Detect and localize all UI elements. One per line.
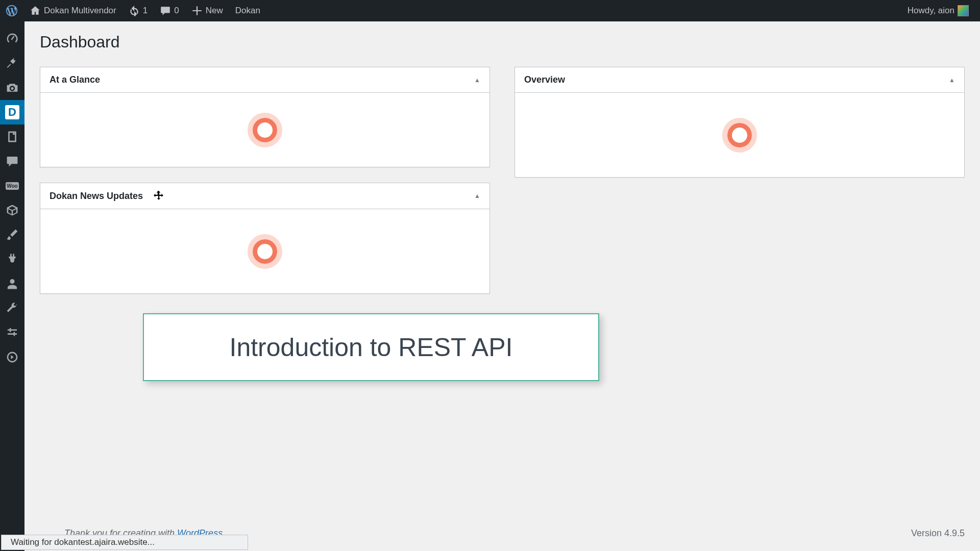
dashboard-columns: At a Glance ▲ Dokan News Updates ▲ (40, 67, 965, 294)
greeting-text: Howdy, aion (908, 6, 954, 16)
camera-icon (6, 81, 19, 94)
metabox-header-glance[interactable]: At a Glance ▲ (40, 67, 489, 93)
plug-icon (6, 253, 19, 266)
sidebar-item-plugins[interactable] (0, 247, 24, 271)
callout-box: Introduction to REST API (143, 313, 599, 381)
column-left: At a Glance ▲ Dokan News Updates ▲ (40, 67, 490, 294)
collapse-toggle[interactable]: ▲ (474, 192, 480, 199)
avatar (958, 5, 969, 16)
comments-count: 0 (174, 6, 179, 16)
gauge-icon (6, 32, 19, 45)
collapse-toggle[interactable]: ▲ (474, 77, 480, 84)
sidebar-item-appearance[interactable] (0, 222, 24, 247)
collapse-toggle[interactable]: ▲ (949, 77, 955, 84)
metabox-title: At a Glance (50, 74, 100, 85)
wordpress-icon (6, 5, 17, 16)
sidebar-item-settings[interactable] (0, 320, 24, 345)
column-right: Overview ▲ (514, 67, 965, 294)
updates-count: 1 (143, 6, 148, 16)
metabox-dokan-news: Dokan News Updates ▲ (40, 183, 490, 294)
admin-bar-right: Howdy, aion (901, 5, 975, 16)
sidebar-item-dokan[interactable]: D (0, 100, 24, 124)
dokan-icon: D (5, 105, 19, 119)
site-name: Dokan Multivendor (44, 6, 116, 16)
sidebar-item-woocommerce[interactable]: Woo (0, 173, 24, 198)
new-label: New (206, 6, 223, 16)
metabox-title: Overview (524, 74, 565, 85)
admin-bar-left: Dokan Multivendor 1 0 New Dokan (0, 0, 266, 21)
comments-link[interactable]: 0 (154, 0, 185, 21)
comment-icon (6, 155, 19, 168)
callout-text: Introduction to REST API (230, 333, 513, 362)
admin-sidebar: D Woo (0, 21, 24, 551)
plus-icon (191, 5, 203, 16)
pin-icon (6, 57, 19, 70)
metabox-header-news[interactable]: Dokan News Updates ▲ (40, 183, 489, 209)
admin-bar: Dokan Multivendor 1 0 New Dokan Howdy, a… (0, 0, 980, 21)
refresh-icon (129, 5, 140, 16)
metabox-body-overview (515, 93, 964, 177)
metabox-at-a-glance: At a Glance ▲ (40, 67, 490, 167)
metabox-title: Dokan News Updates (50, 191, 143, 202)
dokan-bar-link[interactable]: Dokan (229, 0, 266, 21)
page-title: Dashboard (40, 33, 965, 52)
woo-icon: Woo (6, 182, 18, 190)
loading-spinner-icon (248, 113, 282, 147)
footer-version: Version 4.9.5 (911, 528, 965, 539)
metabox-body-news (40, 209, 489, 293)
wrench-icon (6, 302, 19, 315)
sidebar-item-media[interactable] (0, 76, 24, 100)
move-icon (153, 190, 164, 202)
user-icon (6, 277, 19, 290)
account-menu[interactable]: Howdy, aion (901, 5, 975, 16)
content-area: Dashboard At a Glance ▲ Dokan News Updat… (24, 21, 980, 551)
sidebar-item-tools[interactable] (0, 296, 24, 320)
collapse-icon (6, 350, 19, 364)
metabox-header-overview[interactable]: Overview ▲ (515, 67, 964, 93)
metabox-overview: Overview ▲ (514, 67, 965, 178)
brush-icon (6, 228, 19, 241)
dokan-bar-label: Dokan (235, 6, 260, 16)
site-home-link[interactable]: Dokan Multivendor (23, 0, 122, 21)
status-text: Waiting for dokantest.ajaira.website... (11, 537, 155, 547)
wp-logo-menu[interactable] (0, 0, 23, 21)
box-icon (6, 204, 19, 217)
sidebar-item-pages[interactable] (0, 124, 24, 149)
sidebar-item-posts[interactable] (0, 51, 24, 76)
sidebar-item-dashboard[interactable] (0, 27, 24, 51)
sidebar-item-collapse[interactable] (0, 345, 24, 369)
sidebar-item-users[interactable] (0, 271, 24, 296)
loading-spinner-icon (248, 234, 282, 269)
sidebar-item-comments[interactable] (0, 149, 24, 173)
pages-icon (6, 130, 19, 143)
new-content-link[interactable]: New (185, 0, 229, 21)
sliders-icon (6, 326, 19, 339)
metabox-body-glance (40, 93, 489, 167)
updates-link[interactable]: 1 (122, 0, 154, 21)
browser-status-bar: Waiting for dokantest.ajaira.website... (1, 535, 248, 550)
comment-icon (160, 5, 171, 16)
loading-spinner-icon (722, 118, 757, 153)
home-icon (30, 5, 41, 16)
sidebar-item-products[interactable] (0, 198, 24, 222)
